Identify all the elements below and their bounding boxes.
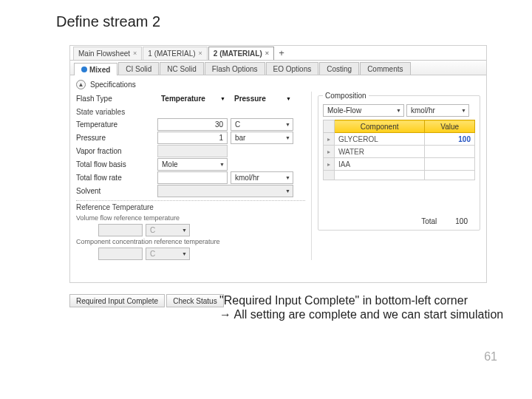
table-row[interactable]: ▸ GLYCEROL 100 [324,133,475,146]
chevron-down-icon: ▼ [220,96,225,101]
tab-costing[interactable]: Costing [319,62,359,75]
composition-legend: Composition [323,92,369,100]
app-window: Main Flowsheet × 1 (MATERIAL) × 2 (MATER… [69,45,487,283]
table-row[interactable]: ▸ WATER [324,146,475,158]
reference-temperature-group: Reference Temperature [76,200,305,211]
pressure-input[interactable]: 1 [157,132,228,144]
solvent-dropdown: ▼ [157,185,293,197]
column-value: Value [425,120,475,133]
specifications-section-toggle[interactable]: ▲ Specifications [70,75,486,92]
vol-flow-ref-unit-dropdown: C ▼ [146,224,190,236]
tab-label: Costing [327,65,352,73]
chevron-down-icon: ▼ [285,188,290,194]
tab-eo-options[interactable]: EO Options [266,62,319,75]
temperature-row: Temperature 30 C ▼ [76,117,305,131]
sheet-tab-bar: Mixed CI Solid NC Solid Flash Options EO… [70,61,486,75]
column-component: Component [335,120,425,133]
composition-column: Composition Mole-Flow ▼ kmol/hr ▼ Compon… [311,92,480,260]
doc-tab-label: Main Flowsheet [78,50,130,58]
total-value: 100 [455,217,468,225]
composition-unit-dropdown[interactable]: kmol/hr ▼ [406,104,469,117]
chevron-down-icon: ▼ [286,96,291,101]
tab-nc-solid[interactable]: NC Solid [160,62,203,75]
collapse-icon: ▲ [76,80,86,89]
chevron-down-icon: ▼ [396,108,401,113]
vapor-fraction-label: Vapor fraction [76,147,157,155]
flash-type-1-dropdown[interactable]: Temperature ▼ [157,92,228,105]
dropdown-value: Temperature [161,95,205,103]
temperature-input[interactable]: 30 [157,118,228,131]
close-icon[interactable]: × [265,50,269,57]
comp-conc-ref-row: C ▼ [76,247,305,260]
vapor-fraction-row: Vapor fraction [76,144,305,157]
flash-type-label: Flash Type [76,95,157,103]
vol-flow-ref-row: C ▼ [76,223,305,236]
close-icon[interactable]: × [133,50,137,57]
flash-type-row: Flash Type Temperature ▼ Pressure ▼ [76,92,305,105]
total-label: Total [421,217,437,225]
vapor-fraction-input [157,145,228,157]
tab-flash-options[interactable]: Flash Options [205,62,265,75]
total-flow-basis-label: Total flow basis [76,160,157,168]
solvent-row: Solvent ▼ [76,184,305,197]
dropdown-value: kmol/hr [235,174,259,182]
flash-type-2-dropdown[interactable]: Pressure ▼ [231,92,293,105]
comp-conc-ref-label: Component concentration reference temper… [76,238,268,245]
composition-basis-row: Mole-Flow ▼ kmol/hr ▼ [323,104,475,117]
slide-caption: "Required Input Complete" in bottom-left… [219,293,503,321]
row-marker-icon: ▸ [324,146,335,158]
composition-fieldset: Composition Mole-Flow ▼ kmol/hr ▼ Compon… [318,92,480,231]
chevron-down-icon: ▼ [219,162,225,167]
tab-label: NC Solid [167,65,196,73]
dropdown-value: Mole [162,160,178,168]
dropdown-value: Pressure [234,95,266,103]
vol-flow-ref-label: Volume flow reference temperature [76,214,224,222]
chevron-down-icon: ▼ [182,228,187,233]
check-status-button[interactable]: Check Status [166,294,223,307]
caption-line-1: "Required Input Complete" in bottom-left… [219,294,468,307]
solvent-label: Solvent [76,187,157,195]
pressure-row: Pressure 1 bar ▼ [76,131,305,144]
tab-ci-solid[interactable]: CI Solid [118,62,159,75]
tab-comments[interactable]: Comments [360,62,410,75]
required-input-complete-button[interactable]: Required Input Complete [69,294,165,307]
pressure-label: Pressure [76,134,157,142]
value-cell[interactable] [425,146,475,158]
total-flow-rate-unit-dropdown[interactable]: kmol/hr ▼ [231,171,293,184]
tab-label: EO Options [273,65,312,73]
composition-basis-dropdown[interactable]: Mole-Flow ▼ [323,104,404,117]
status-dot-icon [81,66,87,72]
value-cell[interactable]: 100 [425,133,475,146]
value-cell[interactable] [425,158,475,171]
pressure-unit-dropdown[interactable]: bar ▼ [231,132,293,144]
tab-label: Mixed [89,66,110,74]
row-marker-icon: ▸ [324,158,335,171]
doc-tab-1-material[interactable]: 1 (MATERIAL) × [143,47,208,60]
dropdown-value: kmol/hr [411,106,435,115]
new-tab-button[interactable]: + [275,47,288,58]
doc-tab-label: 1 (MATERIAL) [148,50,195,58]
dropdown-value: C [150,250,155,258]
total-flow-rate-label: Total flow rate [76,174,157,182]
tab-mixed[interactable]: Mixed [74,63,117,75]
form-area: Flash Type Temperature ▼ Pressure ▼ Stat… [70,92,486,260]
doc-tab-label: 2 (MATERIAL) [214,50,262,58]
component-cell: IAA [335,158,425,171]
close-icon[interactable]: × [199,50,202,57]
doc-tab-2-material[interactable]: 2 (MATERIAL) × [208,47,274,60]
composition-total-row: Total 100 [323,217,475,225]
table-row[interactable]: ▸ IAA [324,158,475,171]
doc-tab-main-flowsheet[interactable]: Main Flowsheet × [73,47,142,60]
document-tab-bar: Main Flowsheet × 1 (MATERIAL) × 2 (MATER… [70,46,486,61]
dropdown-value: Mole-Flow [327,106,361,115]
status-bar: Required Input Complete Check Status [69,294,224,307]
total-flow-rate-row: Total flow rate kmol/hr ▼ [76,171,305,184]
total-flow-rate-input[interactable] [157,171,228,184]
comp-conc-ref-input [98,248,143,260]
temperature-unit-dropdown[interactable]: C ▼ [231,118,293,131]
total-flow-basis-row: Total flow basis Mole ▼ [76,157,305,171]
total-flow-basis-dropdown[interactable]: Mole ▼ [157,158,228,171]
caption-line-2: → All setting are complete and we can st… [219,308,503,321]
chevron-down-icon: ▼ [182,251,187,256]
temperature-label: Temperature [76,120,157,129]
